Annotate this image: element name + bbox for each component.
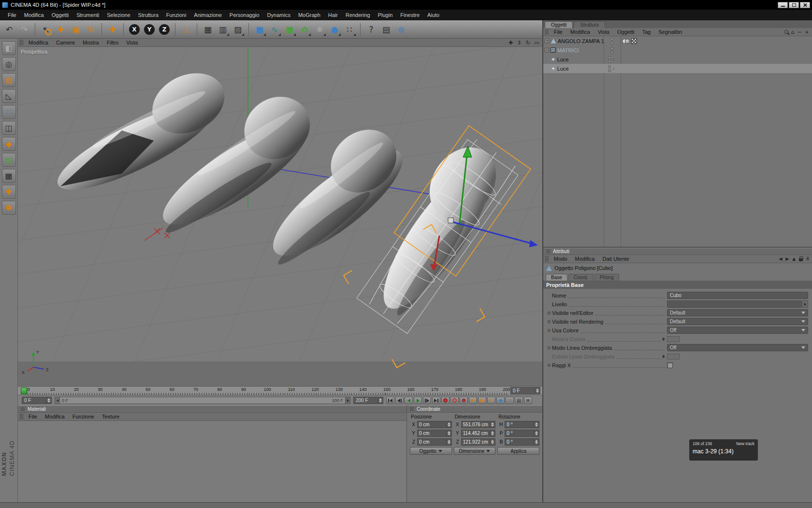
tab-oggetti[interactable]: Oggetti — [545, 21, 573, 28]
next-frame-button[interactable] — [423, 397, 431, 404]
rotate-tool-icon[interactable]: ↻ — [84, 22, 98, 37]
editor-visibility-dot[interactable] — [608, 56, 611, 59]
om-menu-modifica[interactable]: Modifica — [566, 29, 594, 35]
polygons-mode-button[interactable]: ◆ — [2, 137, 16, 151]
menu-aiuto[interactable]: Aiuto — [423, 11, 443, 19]
coordinates-panel-header[interactable]: Coordinate — [407, 405, 542, 413]
menu-plugin[interactable]: Plugin — [374, 11, 397, 19]
tab-coord[interactable]: Coord. — [568, 274, 594, 281]
ruler-frame-box[interactable]: 0 F — [510, 387, 540, 394]
move-tool-icon[interactable]: ✚ — [54, 22, 68, 37]
nome-input[interactable]: Cubo — [667, 292, 808, 299]
points-mode-button[interactable]: ∷ — [2, 105, 16, 119]
workplane-mode-button[interactable]: ◺ — [2, 89, 16, 103]
usa-colore-dropdown[interactable]: Off — [667, 327, 808, 334]
record-rotation-toggle[interactable]: ↻ — [487, 397, 495, 404]
menu-oggetti[interactable]: Oggetti — [48, 11, 72, 19]
pos-y-field[interactable]: 0 cm — [417, 430, 452, 437]
autokeying-button[interactable] — [450, 397, 459, 404]
display-tag-icon[interactable] — [622, 38, 630, 44]
animation-dot-icon[interactable] — [547, 346, 551, 349]
menu-animazione[interactable]: Animazione — [190, 11, 225, 19]
panel-grip[interactable] — [19, 40, 23, 45]
menu-finestre[interactable]: Finestre — [396, 11, 423, 19]
menu-selezione[interactable]: Selezione — [103, 11, 134, 19]
menu-modifica[interactable]: Modifica — [20, 11, 48, 19]
menu-mograph[interactable]: MoGraph — [294, 11, 324, 19]
vp-menu-vista[interactable]: Vista — [122, 40, 142, 45]
tab-struttura[interactable]: Struttura — [574, 21, 605, 28]
om-menu-segnalibri[interactable]: Segnalibri — [654, 29, 686, 35]
object-label[interactable]: MATRICI — [557, 47, 579, 53]
add-subdivision-button[interactable]: ■ — [282, 22, 297, 37]
om-menu-vista[interactable]: Vista — [594, 29, 613, 35]
om-menu-oggetti[interactable]: Oggetti — [613, 29, 638, 35]
modo-linea-dropdown[interactable]: Off — [667, 344, 808, 351]
expand-toggle-icon[interactable]: + — [545, 48, 549, 52]
history-icon[interactable]: 8 — [806, 256, 809, 261]
object-label[interactable]: Luce — [557, 66, 569, 72]
size-z-field[interactable]: 121.922 cm — [461, 438, 496, 446]
object-label[interactable]: Luce — [557, 57, 569, 62]
undo-icon[interactable]: ↶ — [2, 22, 16, 37]
collapse-icon[interactable]: − — [798, 29, 802, 35]
render-settings-button[interactable]: ▨ — [231, 22, 245, 37]
y-axis-lock-button[interactable]: Y — [142, 22, 157, 37]
attr-menu-modifica[interactable]: Modifica — [571, 256, 599, 262]
add-particles-button[interactable]: ∷ — [342, 22, 357, 37]
timeline-playhead[interactable] — [21, 388, 27, 394]
snap-settings-button[interactable]: ✽ — [2, 201, 16, 215]
raggi-x-checkbox[interactable] — [667, 362, 673, 368]
rot-b-field[interactable]: 0 ° — [505, 438, 539, 446]
maximize-view-icon[interactable]: ▭ — [533, 40, 540, 46]
scale-tool-icon[interactable]: ▣ — [69, 22, 83, 37]
rot-p-field[interactable]: 0 ° — [505, 430, 539, 437]
section-proprieta-base[interactable]: Proprietà Base — [543, 281, 812, 289]
goto-end-button[interactable] — [432, 397, 440, 404]
help-button[interactable]: ? — [364, 22, 378, 37]
key-interpolation-button[interactable]: ≡ — [524, 397, 532, 404]
prev-frame-button[interactable] — [395, 397, 404, 404]
livello-input[interactable] — [667, 300, 802, 308]
render-visibility-dot[interactable] — [610, 42, 613, 45]
rot-h-field[interactable]: 0 ° — [505, 421, 539, 428]
search-icon[interactable] — [784, 30, 788, 34]
pan-view-icon[interactable]: ✚ — [507, 40, 514, 46]
zoom-view-icon[interactable]: ⇕ — [516, 40, 523, 46]
mat-menu-file[interactable]: File — [25, 414, 41, 419]
object-label[interactable]: ANGOLO ZAMPA 1 — [558, 38, 604, 44]
object-axis-mode-button[interactable]: ✚ — [2, 185, 16, 199]
expand-toggle-icon[interactable]: + — [545, 39, 549, 43]
mat-menu-texture[interactable]: Texture — [98, 414, 123, 419]
history-back-icon[interactable]: ◀ — [779, 256, 783, 261]
record-pla-toggle[interactable]: ∷ — [506, 397, 514, 404]
add-array-button[interactable]: ✿ — [297, 22, 312, 37]
add-environment-button[interactable]: ● — [327, 22, 342, 37]
maximize-button[interactable] — [789, 2, 799, 8]
close-button[interactable] — [800, 2, 810, 8]
enabled-check-icon[interactable]: ✓ — [612, 57, 616, 62]
materials-list-area[interactable] — [18, 421, 406, 502]
attributes-panel-header[interactable]: Attributi — [543, 248, 812, 255]
animation-dot-icon[interactable] — [547, 329, 551, 332]
vp-menu-mostra[interactable]: Mostra — [79, 40, 103, 45]
mostra-colore-swatch[interactable] — [667, 336, 680, 342]
tree-row-luce-1[interactable]: ☀ Luce ✓ — [543, 55, 812, 64]
tree-row-matrici[interactable]: + MATRICI — [543, 45, 812, 55]
coord-size-dropdown[interactable]: Dimensione — [454, 447, 496, 455]
visible-editor-dropdown[interactable]: Default — [667, 309, 808, 316]
texture-axis-mode-button[interactable]: ▦ — [2, 169, 16, 183]
vp-menu-modifica[interactable]: Modifica — [25, 40, 52, 45]
size-y-field[interactable]: 114.452 cm — [461, 430, 496, 437]
record-position-toggle[interactable]: ✚ — [469, 397, 477, 404]
perspective-viewport[interactable]: Y Z X Prospettiva — [18, 47, 542, 386]
home-icon[interactable]: ⌂ — [791, 29, 795, 35]
sub-channel-arrow-icon[interactable] — [663, 355, 665, 359]
tree-row-angolo-zampa[interactable]: + ANGOLO ZAMPA 1 — [543, 36, 812, 45]
keyframe-selection-button[interactable] — [460, 397, 468, 404]
pos-x-field[interactable]: 0 cm — [417, 421, 452, 428]
tab-phong[interactable]: Phong — [594, 274, 619, 281]
animation-dot-icon[interactable] — [547, 363, 551, 367]
minimize-button[interactable] — [778, 2, 788, 8]
frame-ruler[interactable]: 010 2030 4050 6070 8090 100110 120130 14… — [28, 387, 508, 395]
